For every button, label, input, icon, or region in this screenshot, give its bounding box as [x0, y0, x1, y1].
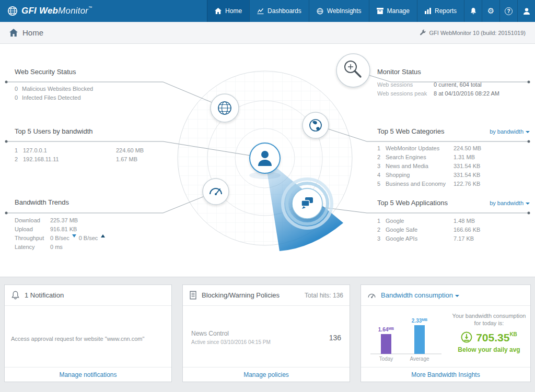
more-bandwidth-insights-link[interactable]: More Bandwidth Insights: [361, 367, 530, 382]
version-info: GFI WebMonitor 10 (build: 20151019): [420, 29, 526, 36]
policy-hit-count: 136: [329, 334, 341, 342]
app-logo[interactable]: GFIWebMonitor™: [0, 0, 99, 22]
card-title: 1 Notification: [25, 291, 64, 299]
today-axis-label: Today: [379, 356, 393, 362]
categories-node[interactable]: [303, 112, 329, 138]
bottom-cards-section: 1 Notification Access approval request f…: [0, 277, 535, 392]
nav-webinsights-label: WebInsights: [327, 7, 362, 15]
notifications-card: 1 Notification Access approval request f…: [4, 284, 172, 382]
today-bar: [381, 334, 391, 354]
manage-notifications-link[interactable]: Manage notifications: [5, 367, 171, 382]
settings-button[interactable]: ⚙: [482, 0, 499, 22]
nav-home[interactable]: Home: [207, 0, 249, 22]
nav-manage-label: Manage: [387, 7, 410, 15]
user-account-button[interactable]: [517, 0, 535, 22]
policies-card: Blocking/Warning Policies Total hits: 13…: [182, 284, 350, 382]
search-node[interactable]: [336, 54, 370, 87]
panel-title: Monitor Status: [377, 68, 530, 76]
help-button[interactable]: ?: [499, 0, 517, 22]
page-title: Home: [22, 28, 43, 37]
bell-icon: [470, 7, 477, 15]
monitor-row: Web sessions 0 current, 604 total: [377, 81, 530, 88]
top-categories-panel: Top 5 Web Categories by bandwidth 1 WebM…: [377, 127, 530, 189]
line-chart-icon: [257, 8, 264, 14]
nav-reports-label: Reports: [435, 7, 457, 15]
average-bar: [414, 325, 425, 354]
document-icon: [189, 291, 197, 300]
panel-title: Top 5 Users by bandwidth: [15, 127, 164, 135]
nav-webinsights[interactable]: WebInsights: [309, 0, 369, 22]
download-arrow-icon: [72, 234, 76, 237]
top-navigation-bar: GFIWebMonitor™ Home Dashboards WebInsigh…: [0, 0, 535, 22]
trend-row: Latency 0 ms: [15, 243, 164, 251]
category-row: 4 Shopping 331.54 KB: [377, 171, 530, 179]
home-dashboard: Web Security Status 0 Malicious Websites…: [0, 44, 535, 277]
bandwidth-trends-panel: Bandwidth Trends Download 225.37 MB Uplo…: [15, 198, 164, 252]
caret-down-icon: [455, 295, 459, 297]
trend-row: Upload 916.81 KB: [15, 225, 164, 233]
policy-name: News Control: [191, 330, 271, 337]
bandwidth-dropdown[interactable]: Bandwidth consumption: [381, 291, 459, 299]
applications-node[interactable]: [292, 188, 322, 219]
main-nav: Home Dashboards WebInsights Manage: [207, 0, 464, 22]
card-title: Blocking/Warning Policies: [202, 291, 280, 299]
category-row: 1 WebMonitor Updates 224.50 MB: [377, 145, 530, 152]
application-row: 3 Google APIs 7.17 KB: [377, 235, 530, 242]
bandwidth-card: Bandwidth consumption 1.64MB 2.33MB Toda…: [360, 284, 531, 382]
upload-arrow-icon: [101, 234, 105, 237]
applications-filter-dropdown[interactable]: by bandwidth: [490, 200, 530, 206]
panel-title: Top 5 Web Categories: [377, 127, 444, 135]
nav-reports[interactable]: Reports: [417, 0, 464, 22]
bell-outline-icon: [11, 291, 20, 300]
panel-title: Bandwidth Trends: [15, 198, 164, 206]
box-icon: [377, 8, 383, 14]
bandwidth-message: Your bandwidth consumption for today is:: [451, 312, 527, 327]
nav-dashboards[interactable]: Dashboards: [249, 0, 309, 22]
policy-row: News Control Active since 03/10/2016 04:…: [191, 330, 341, 345]
today-consumption-value: 705.35KB: [476, 332, 517, 343]
application-row: 2 Google Safe 166.66 KB: [377, 226, 530, 233]
security-item: 0 Malicious Websites Blocked: [15, 85, 164, 92]
category-row: 2 Search Engines 1.31 MB: [377, 153, 530, 161]
caret-down-icon: [526, 131, 530, 133]
security-item: 0 Infected Files Detected: [15, 94, 164, 101]
average-axis-label: Average: [410, 356, 429, 362]
bar-chart-icon: [425, 8, 431, 14]
web-security-status-panel: Web Security Status 0 Malicious Websites…: [15, 68, 164, 103]
home-breadcrumb-icon: [9, 29, 18, 37]
category-row: 3 News and Media 331.54 KB: [377, 162, 530, 170]
topbar-icon-group: ⚙ ?: [464, 0, 535, 22]
category-row: 5 Business and Economy 122.76 KB: [377, 180, 530, 187]
trend-row: Download 225.37 MB: [15, 217, 164, 224]
policy-active-since: Active since 03/10/2016 04:15 PM: [191, 339, 271, 345]
bandwidth-node[interactable]: [203, 179, 229, 205]
breadcrumb-bar: Home GFI WebMonitor 10 (build: 20151019): [0, 22, 535, 44]
top-users-panel: Top 5 Users by bandwidth 1 127.0.0.1 224…: [15, 127, 164, 164]
notification-message: Access approval request for website "www…: [11, 335, 165, 342]
nav-home-label: Home: [225, 7, 242, 15]
app-title: GFIWebMonitor™: [21, 6, 92, 16]
nav-manage[interactable]: Manage: [369, 0, 417, 22]
panel-title: Web Security Status: [15, 68, 164, 76]
trend-row-throughput: Throughput 0 B/sec 0 B/sec: [15, 234, 164, 242]
user-icon: [523, 8, 530, 15]
caret-down-icon: [526, 203, 530, 205]
total-hits: Total hits: 136: [305, 292, 343, 299]
user-row: 1 127.0.0.1 224.60 MB: [15, 147, 164, 154]
gear-icon: ⚙: [487, 7, 494, 15]
users-node[interactable]: [249, 143, 281, 179]
user-row: 2 192.168.11.11 1.67 MB: [15, 156, 164, 163]
download-circle-icon: [461, 331, 472, 343]
build-version-text: GFI WebMonitor 10 (build: 20151019): [429, 30, 526, 36]
categories-filter-dropdown[interactable]: by bandwidth: [490, 128, 530, 135]
panel-title: Top 5 Web Applications: [377, 199, 448, 207]
gauge-small-icon: [367, 292, 376, 299]
web-node[interactable]: [211, 94, 239, 122]
notifications-bell-button[interactable]: [464, 0, 482, 22]
bandwidth-bar-chart: 1.64MB 2.33MB Today Average: [364, 308, 448, 366]
consumption-status: Below your daily avg: [458, 346, 520, 353]
manage-policies-link[interactable]: Manage policies: [183, 367, 350, 382]
home-icon: [215, 8, 222, 14]
logo-globe-icon: [7, 6, 18, 16]
wrench-icon: [420, 29, 426, 36]
